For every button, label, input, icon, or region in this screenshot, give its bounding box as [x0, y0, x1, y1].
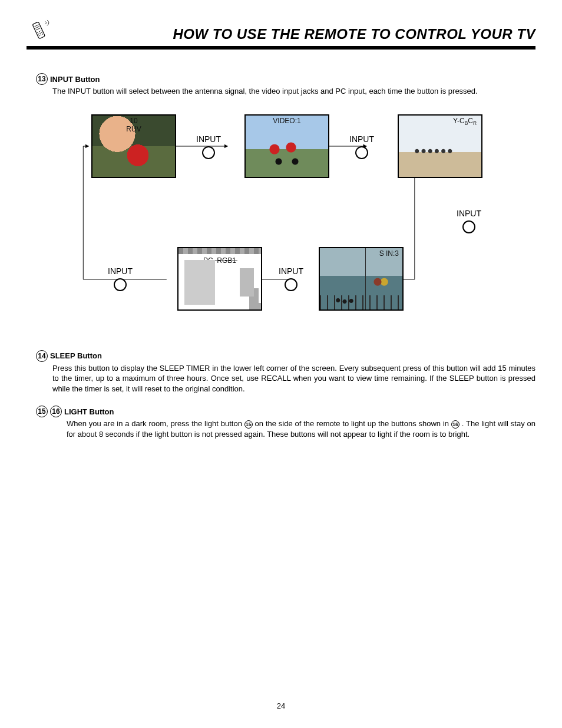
- page-title: HOW TO USE THE REMOTE TO CONTROL YOUR TV: [173, 26, 535, 42]
- screen-video1: VIDEO:1: [244, 114, 329, 178]
- section-head: 14 SLEEP Button: [36, 350, 535, 362]
- node-dot-icon: [114, 278, 127, 291]
- marker-15: 15: [36, 406, 48, 417]
- section-sleep-button: 14 SLEEP Button Press this button to dis…: [27, 350, 535, 394]
- section-body: The INPUT button will select between the…: [52, 86, 535, 97]
- node-dot-icon: [285, 278, 297, 291]
- body-text: on the side of the remote to light up th…: [255, 419, 451, 428]
- screen-component: Y-CBCR: [398, 114, 482, 178]
- svg-rect-0: [32, 22, 45, 39]
- input-node: INPUT: [457, 209, 481, 233]
- remote-icon: [27, 18, 55, 42]
- section-body: Press this button to display the SLEEP T…: [52, 363, 535, 394]
- marker-16: 16: [50, 406, 62, 417]
- channel-number: 10: [130, 117, 137, 125]
- input-label: Y-CBCR: [453, 117, 477, 126]
- section-head: 15 16 LIGHT Button: [36, 406, 535, 417]
- input-node: INPUT: [196, 134, 221, 159]
- node-dot-icon: [355, 146, 368, 159]
- node-label: INPUT: [349, 134, 374, 144]
- node-dot-icon: [202, 146, 215, 159]
- screen-pc-rgb: PC. RGB1: [177, 247, 262, 311]
- input-node: INPUT: [279, 266, 303, 291]
- node-label: INPUT: [279, 266, 303, 276]
- inline-marker-15: 15: [244, 420, 253, 429]
- node-label: INPUT: [457, 209, 481, 218]
- node-dot-icon: [462, 220, 475, 233]
- page-number: 24: [0, 701, 562, 710]
- input-label: VIDEO:1: [273, 117, 300, 125]
- page-header: HOW TO USE THE REMOTE TO CONTROL YOUR TV: [27, 18, 535, 50]
- input-node: INPUT: [349, 134, 374, 159]
- body-text: When you are in a dark room, press the l…: [67, 419, 244, 428]
- marker-13: 13: [36, 73, 48, 85]
- section-title: INPUT Button: [50, 75, 100, 84]
- screen-svideo: S IN:3: [319, 247, 404, 311]
- screen-antenna: 10 RUV: [91, 114, 176, 178]
- input-label: S IN:3: [379, 249, 399, 258]
- inline-marker-16: 16: [451, 420, 459, 429]
- section-light-button: 15 16 LIGHT Button When you are in a dar…: [27, 406, 535, 439]
- input-label: PC. RGB1: [203, 256, 236, 265]
- section-title: SLEEP Button: [50, 351, 102, 360]
- channel-callsign: RUV: [126, 125, 141, 133]
- section-input-button: 13 INPUT Button The INPUT button will se…: [27, 73, 535, 97]
- section-body: When you are in a dark room, press the l…: [67, 419, 535, 439]
- section-title: LIGHT Button: [64, 407, 114, 416]
- node-label: INPUT: [108, 266, 133, 276]
- marker-14: 14: [36, 350, 48, 362]
- section-head: 13 INPUT Button: [36, 73, 535, 85]
- manual-page: HOW TO USE THE REMOTE TO CONTROL YOUR TV…: [0, 0, 562, 728]
- input-cycle-diagram: 10 RUV VIDEO:1 Y-CBCR S IN:3 PC. RGB1 IN…: [62, 114, 500, 338]
- node-label: INPUT: [196, 134, 221, 144]
- input-node: INPUT: [108, 266, 133, 291]
